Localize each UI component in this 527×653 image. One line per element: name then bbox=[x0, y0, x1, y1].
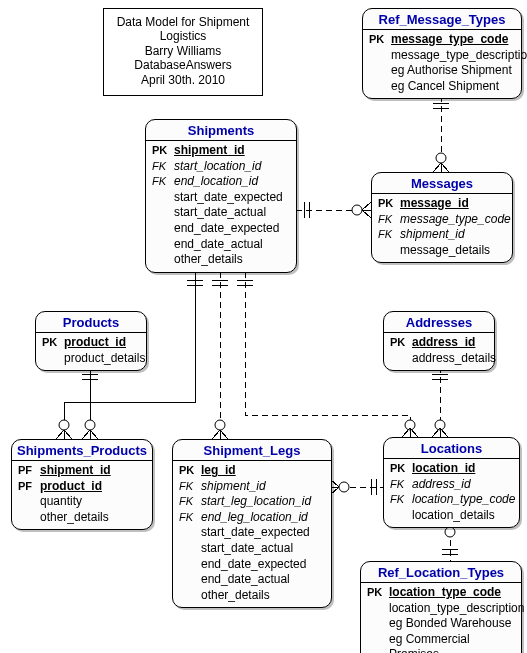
entity-attribute-row: PKleg_id bbox=[179, 463, 325, 479]
entity-attribute-row: eg Authorise Shipment bbox=[369, 63, 515, 79]
entity-title: Messages bbox=[372, 173, 512, 194]
entity-title: Addresses bbox=[384, 312, 494, 333]
entity-attribute-row: quantity bbox=[18, 494, 146, 510]
entity-attribute-row: end_date_expected bbox=[152, 221, 290, 237]
entity-attribute-row: FKstart_leg_location_id bbox=[179, 494, 325, 510]
entity-attribute-row: end_date_actual bbox=[179, 572, 325, 588]
attribute-name: message_type_code bbox=[391, 32, 515, 48]
key-indicator: FK bbox=[152, 174, 174, 188]
entity-shipments: ShipmentsPKshipment_idFKstart_location_i… bbox=[145, 119, 297, 273]
attribute-name: end_date_actual bbox=[174, 237, 290, 253]
entity-title: Products bbox=[36, 312, 146, 333]
entity-products: ProductsPKproduct_idproduct_details bbox=[35, 311, 147, 371]
attribute-name: other_details bbox=[40, 510, 146, 526]
entity-title: Ref_Message_Types bbox=[363, 9, 521, 30]
attribute-name: start_location_id bbox=[174, 159, 290, 175]
attribute-name: address_details bbox=[412, 351, 496, 367]
attribute-name: end_date_actual bbox=[201, 572, 325, 588]
diagram-info-box: Data Model for Shipment Logistics Barry … bbox=[103, 8, 263, 96]
entity-addresses: AddressesPKaddress_idaddress_details bbox=[383, 311, 495, 371]
entity-attribute-row: eg Bonded Warehouse bbox=[367, 616, 515, 632]
attribute-name: end_date_expected bbox=[201, 557, 325, 573]
key-indicator: FK bbox=[179, 479, 201, 493]
attribute-name: message_id bbox=[400, 196, 506, 212]
key-indicator: PK bbox=[378, 196, 400, 210]
svg-point-7 bbox=[352, 205, 362, 215]
key-indicator: PK bbox=[179, 463, 201, 477]
entity-attribute-row: eg Cancel Shipment bbox=[369, 79, 515, 95]
attribute-name: eg Commercial Premises bbox=[389, 632, 515, 653]
attribute-name: end_date_expected bbox=[174, 221, 290, 237]
entity-attribute-row: FKmessage_type_code bbox=[378, 212, 506, 228]
entity-attribute-row: FKstart_location_id bbox=[152, 159, 290, 175]
key-indicator: PK bbox=[152, 143, 174, 157]
attribute-name: location_type_code bbox=[389, 585, 515, 601]
entity-attribute-row: FKlocation_type_code bbox=[390, 492, 513, 508]
attribute-name: address_id bbox=[412, 477, 513, 493]
svg-point-21 bbox=[85, 420, 95, 430]
entity-messages: MessagesPKmessage_idFKmessage_type_codeF… bbox=[371, 172, 513, 263]
svg-point-10 bbox=[59, 420, 69, 430]
key-indicator: PK bbox=[369, 32, 391, 46]
entity-attribute-row: PKaddress_id bbox=[390, 335, 488, 351]
entity-attribute-row: other_details bbox=[18, 510, 146, 526]
attribute-name: product_id bbox=[40, 479, 146, 495]
info-line: April 30th. 2010 bbox=[114, 73, 252, 87]
attribute-name: eg Cancel Shipment bbox=[391, 79, 515, 95]
entity-body: PFshipment_idPFproduct_idquantityother_d… bbox=[12, 461, 152, 529]
attribute-name: location_type_code bbox=[412, 492, 515, 508]
entity-ref-location-types: Ref_Location_TypesPKlocation_type_codelo… bbox=[360, 561, 522, 653]
entity-attribute-row: end_date_actual bbox=[152, 237, 290, 253]
entity-attribute-row: location_details bbox=[390, 508, 513, 524]
entity-shipment-legs: Shipment_LegsPKleg_idFKshipment_idFKstar… bbox=[172, 439, 332, 608]
entity-attribute-row: PKlocation_type_code bbox=[367, 585, 515, 601]
key-indicator: PF bbox=[18, 463, 40, 477]
attribute-name: start_date_expected bbox=[174, 190, 290, 206]
key-indicator: PK bbox=[390, 335, 412, 349]
entity-attribute-row: FKshipment_id bbox=[378, 227, 506, 243]
entity-body: PKmessage_idFKmessage_type_codeFKshipmen… bbox=[372, 194, 512, 262]
attribute-name: shipment_id bbox=[40, 463, 146, 479]
entity-body: PKshipment_idFKstart_location_idFKend_lo… bbox=[146, 141, 296, 272]
attribute-name: leg_id bbox=[201, 463, 325, 479]
entity-attribute-row: PKmessage_id bbox=[378, 196, 506, 212]
entity-attribute-row: start_date_expected bbox=[179, 525, 325, 541]
entity-attribute-row: eg Commercial Premises bbox=[367, 632, 515, 653]
entity-attribute-row: product_details bbox=[42, 351, 140, 367]
key-indicator: PK bbox=[367, 585, 389, 599]
entity-attribute-row: PKlocation_id bbox=[390, 461, 513, 477]
entity-attribute-row: FKaddress_id bbox=[390, 477, 513, 493]
attribute-name: message_type_code bbox=[400, 212, 511, 228]
attribute-name: location_id bbox=[412, 461, 513, 477]
attribute-name: other_details bbox=[201, 588, 325, 604]
entity-attribute-row: address_details bbox=[390, 351, 488, 367]
attribute-name: other_details bbox=[174, 252, 290, 268]
svg-point-3 bbox=[436, 153, 446, 163]
key-indicator: FK bbox=[378, 212, 400, 226]
attribute-name: shipment_id bbox=[201, 479, 325, 495]
entity-attribute-row: PKmessage_type_code bbox=[369, 32, 515, 48]
entity-attribute-row: other_details bbox=[152, 252, 290, 268]
entity-attribute-row: start_date_actual bbox=[152, 205, 290, 221]
svg-point-14 bbox=[215, 420, 225, 430]
entity-body: PKmessage_type_codemessage_type_descript… bbox=[363, 30, 521, 98]
attribute-name: location_details bbox=[412, 508, 513, 524]
entity-title: Ref_Location_Types bbox=[361, 562, 521, 583]
entity-attribute-row: PFproduct_id bbox=[18, 479, 146, 495]
entity-ref-message-types: Ref_Message_TypesPKmessage_type_codemess… bbox=[362, 8, 522, 99]
entity-attribute-row: end_date_expected bbox=[179, 557, 325, 573]
key-indicator: FK bbox=[179, 510, 201, 524]
entity-body: PKaddress_idaddress_details bbox=[384, 333, 494, 370]
key-indicator: FK bbox=[390, 492, 412, 506]
entity-attribute-row: PKshipment_id bbox=[152, 143, 290, 159]
attribute-name: quantity bbox=[40, 494, 146, 510]
entity-body: PKproduct_idproduct_details bbox=[36, 333, 146, 370]
key-indicator: FK bbox=[152, 159, 174, 173]
key-indicator: PF bbox=[18, 479, 40, 493]
entity-title: Shipments_Products bbox=[12, 440, 152, 461]
attribute-name: start_date_actual bbox=[174, 205, 290, 221]
key-indicator: FK bbox=[390, 477, 412, 491]
attribute-name: shipment_id bbox=[174, 143, 290, 159]
entity-attribute-row: other_details bbox=[179, 588, 325, 604]
svg-point-27 bbox=[339, 482, 349, 492]
